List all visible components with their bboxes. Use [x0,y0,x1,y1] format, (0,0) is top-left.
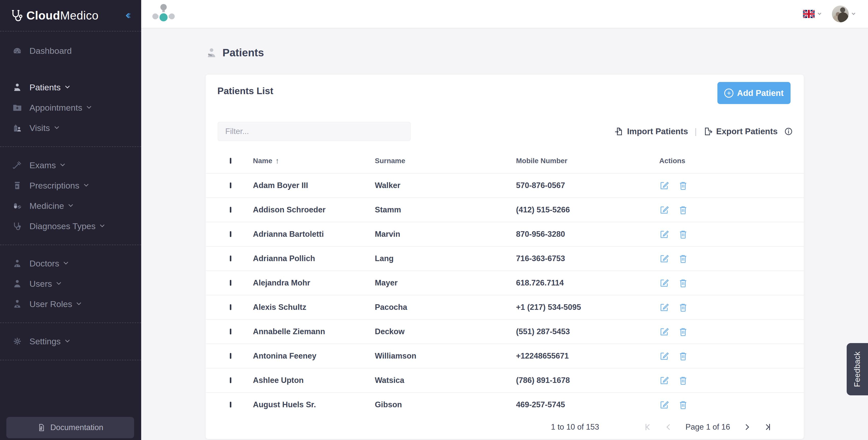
plus-circle-icon: + [724,89,734,98]
sidebar-item-doctors[interactable]: Doctors [0,253,141,274]
column-header-mobile[interactable]: Mobile Number [516,157,659,165]
feedback-tab[interactable]: Feedback [847,343,868,395]
filter-input[interactable] [218,122,411,141]
molecule-icon [151,2,176,26]
divider [0,323,141,323]
row-checkbox[interactable] [230,207,231,213]
edit-icon[interactable] [659,278,670,288]
chevron-down-icon [84,182,88,187]
edit-icon[interactable] [659,253,670,264]
edit-icon[interactable] [659,375,670,385]
cell-mobile: 716-363-6753 [516,254,659,263]
delete-icon[interactable] [678,351,688,361]
cell-name: Addison Schroeder [253,205,375,214]
last-page-button[interactable] [763,422,773,432]
sidebar-item-prescriptions[interactable]: Prescriptions [0,175,141,196]
info-icon[interactable] [784,127,793,136]
edit-icon[interactable] [659,327,670,337]
divider [0,31,141,31]
patients-table: Name ↑ Surname Mobile Number Actions Ada… [206,149,804,417]
delete-icon[interactable] [678,253,688,264]
edit-icon[interactable] [659,351,670,361]
edit-icon[interactable] [659,302,670,312]
table-row: Adrianna Bartoletti Marvin 870-956-3280 [206,222,804,246]
row-checkbox[interactable] [230,231,231,237]
row-checkbox[interactable] [230,402,231,408]
import-patients-button[interactable]: Import Patients [614,127,688,136]
row-checkbox[interactable] [230,182,231,188]
delete-icon[interactable] [678,278,688,288]
delete-icon[interactable] [678,327,688,337]
row-checkbox[interactable] [230,280,231,286]
first-page-button[interactable] [643,422,652,432]
document-icon [37,423,46,432]
sidebar-item-users[interactable]: Users [0,274,141,294]
cell-name: Alejandra Mohr [253,278,375,287]
topbar [141,0,868,28]
previous-page-button[interactable] [663,422,673,432]
edit-icon[interactable] [659,229,670,239]
pills-icon [12,201,23,211]
table-row: Alejandra Mohr Mayer 618.726.7114 [206,270,804,295]
hospital-user-icon [12,123,23,133]
next-page-button[interactable] [742,422,752,432]
documentation-button[interactable]: Documentation [6,417,134,438]
sidebar-item-medicine[interactable]: Medicine [0,196,141,216]
cell-mobile: 570-876-0567 [516,181,659,190]
sidebar-item-label: Appointments [29,103,82,113]
language-selector[interactable] [803,10,821,18]
chevron-down-icon [63,260,68,264]
page-indicator: Page 1 of 16 [685,422,730,432]
documentation-label: Documentation [50,423,103,432]
row-checkbox[interactable] [230,353,231,359]
cell-mobile: +12248655671 [516,351,659,361]
table-toolbar: Import Patients | Export Patients [206,122,804,141]
chevron-down-icon [76,300,81,305]
sidebar-item-visits[interactable]: Visits [0,118,141,138]
sidebar-item-settings[interactable]: Settings [0,331,141,351]
row-checkbox[interactable] [230,304,231,310]
edit-icon[interactable] [659,205,670,215]
delete-icon[interactable] [678,400,688,410]
row-checkbox[interactable] [230,256,231,261]
sidebar-item-patients[interactable]: Patients [0,77,141,97]
chevron-down-icon [65,338,70,342]
sidebar-item-label: Prescriptions [29,181,80,191]
delete-icon[interactable] [678,302,688,312]
table-row: Ashlee Upton Watsica (786) 891-1678 [206,368,804,392]
cell-mobile: (551) 287-5453 [516,327,659,336]
sidebar-item-diagnoses-types[interactable]: Diagnoses Types [0,216,141,236]
chevron-down-icon [87,104,91,109]
chevron-down-icon [818,11,821,15]
row-checkbox[interactable] [230,377,231,383]
edit-icon[interactable] [659,180,670,191]
table-row: Annabelle Ziemann Deckow (551) 287-5453 [206,319,804,344]
delete-icon[interactable] [678,375,688,385]
user-icon [12,279,23,289]
sidebar-item-exams[interactable]: Exams [0,155,141,175]
sidebar-nav: Dashboard Patients Appointments [0,41,141,360]
cell-surname: Lang [375,254,516,263]
column-header-surname[interactable]: Surname [375,157,516,165]
sidebar-item-dashboard[interactable]: Dashboard [0,41,141,61]
profile-menu[interactable] [832,6,855,22]
cell-name: Adam Boyer III [253,181,375,190]
sidebar-item-appointments[interactable]: Appointments [0,97,141,118]
add-patient-button[interactable]: + Add Patient [717,82,790,104]
row-checkbox[interactable] [230,329,231,334]
stethoscope-logo-icon [10,9,23,22]
edit-icon[interactable] [659,400,670,410]
table-row: Addison Schroeder Stamm (412) 515-5266 [206,197,804,222]
file-import-icon [614,127,623,136]
sidebar-collapse-button[interactable] [126,14,131,18]
divider [0,245,141,245]
select-all-checkbox[interactable] [230,158,231,164]
delete-icon[interactable] [678,180,688,191]
export-patients-button[interactable]: Export Patients [704,127,778,136]
chevron-down-icon [100,223,105,227]
delete-icon[interactable] [678,229,688,239]
column-header-name[interactable]: Name ↑ [253,157,375,165]
sidebar-item-label: Medicine [29,201,64,211]
delete-icon[interactable] [678,205,688,215]
sidebar-item-user-roles[interactable]: User Roles [0,294,141,314]
